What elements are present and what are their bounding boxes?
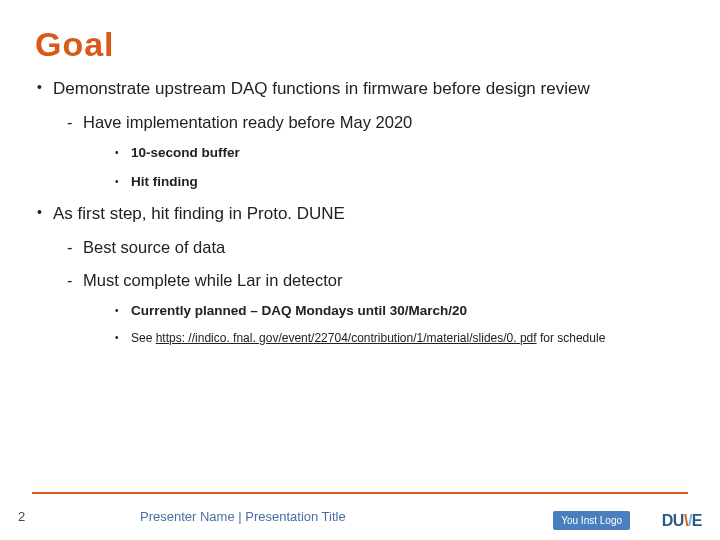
bullet-text-pre: See — [131, 331, 156, 345]
bullet-text: Must complete while Lar in detector — [83, 271, 343, 289]
bullet-text: Hit finding — [131, 174, 198, 189]
slide: Goal Demonstrate upstream DAQ functions … — [0, 0, 720, 540]
bullet-text: Demonstrate upstream DAQ functions in fi… — [53, 79, 590, 98]
bullet-sublist: Currently planned – DAQ Mondays until 30… — [83, 302, 685, 347]
slide-content: Goal Demonstrate upstream DAQ functions … — [0, 0, 720, 347]
bullet-text: As first step, hit finding in Proto. DUN… — [53, 204, 345, 223]
bullet-sublist: Have implementation ready before May 202… — [53, 112, 685, 191]
bullet-lvl1: As first step, hit finding in Proto. DUN… — [35, 203, 685, 347]
bullet-text: Currently planned – DAQ Mondays until 30… — [131, 303, 467, 318]
bullet-list: Demonstrate upstream DAQ functions in fi… — [35, 78, 685, 347]
slide-title: Goal — [35, 25, 685, 64]
footer-rule — [32, 492, 688, 494]
bullet-text: Best source of data — [83, 238, 225, 256]
bullet-lvl2: Have implementation ready before May 202… — [65, 112, 685, 191]
footer-meta: Presenter Name | Presentation Title — [140, 509, 346, 524]
bullet-sublist: Best source of data Must complete while … — [53, 237, 685, 347]
page-number: 2 — [18, 509, 25, 524]
bullet-lvl3: Currently planned – DAQ Mondays until 30… — [111, 302, 685, 320]
bullet-lvl2: Must complete while Lar in detector Curr… — [65, 270, 685, 347]
dune-logo-d: D — [662, 512, 673, 529]
bullet-lvl3: 10-second buffer — [111, 144, 685, 162]
dune-logo: DU\/E — [662, 512, 702, 530]
bullet-sublist: 10-second buffer Hit finding — [83, 144, 685, 191]
bullet-text: Have implementation ready before May 202… — [83, 113, 412, 131]
bullet-text-post: for schedule — [537, 331, 606, 345]
institution-logo: You Inst Logo — [553, 511, 630, 530]
slide-footer: 2 Presenter Name | Presentation Title Yo… — [0, 492, 720, 540]
dune-logo-u: U — [673, 512, 684, 529]
dune-logo-e: E — [692, 512, 702, 529]
bullet-lvl1: Demonstrate upstream DAQ functions in fi… — [35, 78, 685, 191]
bullet-lvl2: Best source of data — [65, 237, 685, 258]
schedule-link[interactable]: https: //indico. fnal. gov/event/22704/c… — [156, 331, 537, 345]
bullet-lvl3: See https: //indico. fnal. gov/event/227… — [111, 331, 685, 347]
bullet-lvl3: Hit finding — [111, 173, 685, 191]
bullet-text: 10-second buffer — [131, 145, 240, 160]
